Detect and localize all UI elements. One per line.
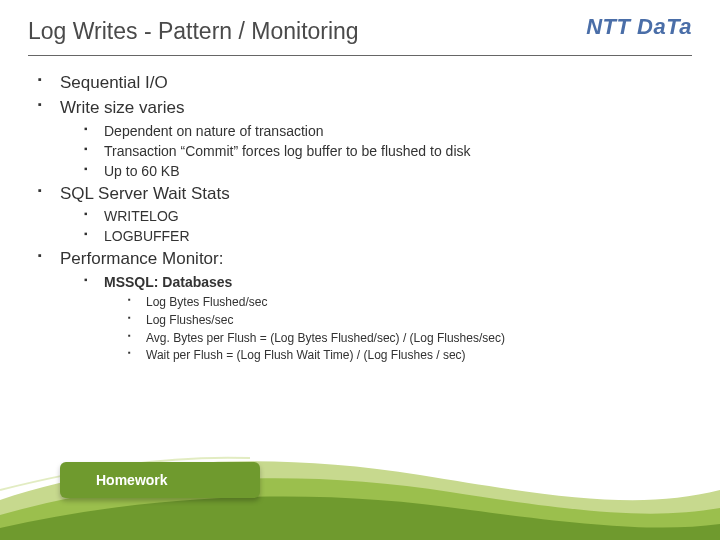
bullet-perfmon-label: Performance Monitor:	[60, 249, 223, 268]
subbullet-mssql-label: MSSQL: Databases	[104, 274, 232, 290]
subbullet-writelog: WRITELOG	[84, 207, 692, 226]
content-area: Sequential I/O Write size varies Depende…	[0, 72, 720, 364]
title-divider	[28, 55, 692, 56]
sub3-log-flushes: Log Flushes/sec	[128, 312, 692, 329]
sub3-wait-flush: Wait per Flush = (Log Flush Wait Time) /…	[128, 347, 692, 364]
homework-label: Homework	[96, 472, 168, 488]
bullet-wait-stats: SQL Server Wait Stats WRITELOG LOGBUFFER	[38, 183, 692, 247]
bullet-write-size: Write size varies Dependent on nature of…	[38, 97, 692, 181]
bullet-wait-stats-label: SQL Server Wait Stats	[60, 184, 230, 203]
subbullet-60kb: Up to 60 KB	[84, 162, 692, 181]
homework-banner: Homework	[60, 462, 260, 498]
bullet-sequential-io: Sequential I/O	[38, 72, 692, 95]
slide-title: Log Writes - Pattern / Monitoring	[28, 18, 359, 45]
subbullet-logbuffer: LOGBUFFER	[84, 227, 692, 246]
subbullet-mssql: MSSQL: Databases Log Bytes Flushed/sec L…	[84, 273, 692, 364]
subbullet-commit: Transaction “Commit” forces log buffer t…	[84, 142, 692, 161]
header: Log Writes - Pattern / Monitoring NTT Da…	[0, 0, 720, 55]
sub3-avg-bytes: Avg. Bytes per Flush = (Log Bytes Flushe…	[128, 330, 692, 347]
sub3-log-bytes: Log Bytes Flushed/sec	[128, 294, 692, 311]
bullet-write-size-label: Write size varies	[60, 98, 184, 117]
bullet-perfmon: Performance Monitor: MSSQL: Databases Lo…	[38, 248, 692, 364]
ntt-data-logo: NTT DaTa	[586, 14, 692, 40]
subbullet-dependent: Dependent on nature of transaction	[84, 122, 692, 141]
